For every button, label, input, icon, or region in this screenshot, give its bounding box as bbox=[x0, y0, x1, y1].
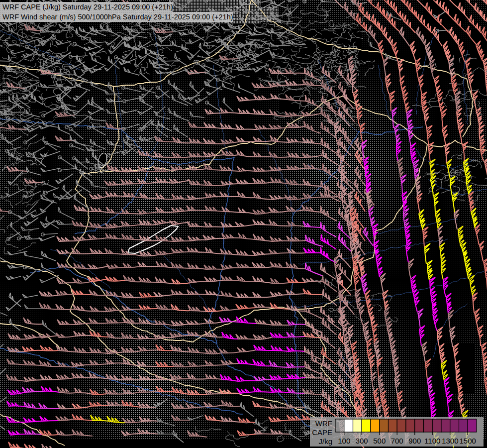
svg-text:1500: 1500 bbox=[460, 437, 476, 445]
svg-text:1300: 1300 bbox=[442, 437, 458, 445]
svg-text:WRF CAPE (J/kg) Saturday 29-11: WRF CAPE (J/kg) Saturday 29-11-2025 09:0… bbox=[2, 3, 173, 11]
svg-text:700: 700 bbox=[391, 437, 403, 445]
svg-text:WRF: WRF bbox=[315, 419, 332, 428]
svg-text:J/kg: J/kg bbox=[318, 437, 332, 446]
svg-text:WRF Wind shear (m/s) 500/1000h: WRF Wind shear (m/s) 500/1000hPa Saturda… bbox=[2, 13, 233, 21]
svg-text:300: 300 bbox=[356, 437, 368, 445]
svg-text:CAPE: CAPE bbox=[312, 428, 332, 437]
svg-text:1100: 1100 bbox=[424, 437, 440, 445]
svg-text:500: 500 bbox=[373, 437, 386, 445]
svg-text:100: 100 bbox=[338, 437, 350, 445]
svg-text:900: 900 bbox=[408, 437, 421, 445]
